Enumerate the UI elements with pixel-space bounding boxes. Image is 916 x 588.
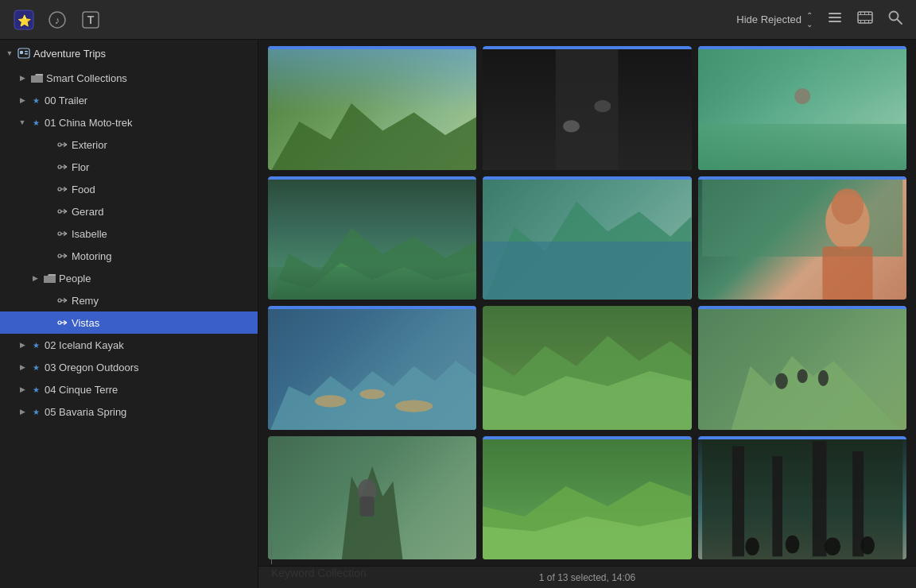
svg-rect-92 <box>812 441 826 556</box>
main-layout: Adventure Trips Smart Collections ★ 00 T… <box>0 40 916 588</box>
oregon-arrow <box>17 362 27 372</box>
media-thumb-150802010 <box>698 306 906 430</box>
flor-label: Flor <box>72 161 251 173</box>
svg-rect-10 <box>858 14 872 15</box>
sidebar-item-people[interactable]: People <box>0 267 258 289</box>
list-view-icon[interactable] <box>827 10 843 29</box>
music-icon[interactable]: ♪ <box>46 9 68 31</box>
selection-indicator <box>483 176 691 180</box>
sidebar-item-01-china[interactable]: ★ 01 China Moto-trek <box>0 111 258 133</box>
people-label: People <box>59 273 251 284</box>
svg-point-96 <box>825 537 840 555</box>
media-item-img0367[interactable]: IMG_0367 <box>698 176 906 300</box>
titles-icon[interactable]: T <box>80 9 102 31</box>
svg-point-28 <box>58 165 61 168</box>
svg-text:♪: ♪ <box>55 14 60 26</box>
sidebar-item-02-iceland[interactable]: ★ 02 Iceland Kayak <box>0 334 258 356</box>
media-item-150802011[interactable]: 150802_011 <box>483 306 691 430</box>
media-item-img1078[interactable]: IMG_1078 <box>268 176 476 300</box>
sidebar-item-gerard[interactable]: Gerard <box>0 200 258 222</box>
svg-rect-90 <box>732 446 744 556</box>
selection-indicator <box>698 306 906 309</box>
selection-indicator <box>698 436 906 439</box>
svg-rect-6 <box>829 13 841 14</box>
svg-rect-65 <box>702 176 902 257</box>
trailer-arrow <box>17 95 27 105</box>
svg-point-95 <box>785 535 799 553</box>
svg-point-58 <box>563 120 580 132</box>
media-item-150731003[interactable]: 150731_003 <box>268 46 476 170</box>
sidebar-item-04-cinque[interactable]: ★ 04 Cinque Terre <box>0 378 258 400</box>
svg-point-73 <box>395 400 433 412</box>
app-icon[interactable]: ⭐ <box>13 9 35 31</box>
sidebar-item-remy[interactable]: Remy <box>0 289 258 311</box>
media-thumb-clip12 <box>698 436 906 560</box>
trailer-label: 00 Trailer <box>45 95 251 106</box>
star-badge-iceland: ★ <box>30 339 41 350</box>
media-thumb-150802015 <box>483 46 691 170</box>
svg-rect-13 <box>860 21 861 23</box>
keyword-icon-remy <box>56 294 68 307</box>
svg-text:T: T <box>87 14 95 26</box>
svg-rect-8 <box>829 21 841 22</box>
svg-rect-16 <box>868 12 869 14</box>
sidebar-item-vistas[interactable]: Vistas <box>0 311 258 334</box>
svg-rect-7 <box>829 17 841 18</box>
media-item-clip11[interactable] <box>483 436 691 560</box>
media-item-clip12[interactable] <box>698 436 906 560</box>
exterior-label: Exterior <box>72 139 251 151</box>
svg-rect-21 <box>20 51 23 54</box>
media-grid: 150731_003 150802_015 <box>258 40 916 566</box>
sidebar-item-exterior[interactable]: Exterior <box>0 133 258 156</box>
keyword-icon-exterior <box>56 138 68 151</box>
cinque-label: 04 Cinque Terre <box>45 384 251 396</box>
svg-point-97 <box>860 536 875 555</box>
library-arrow <box>5 48 14 58</box>
tooltip-container: Keyword Collection <box>258 536 379 588</box>
svg-point-52 <box>58 321 61 324</box>
media-thumb-clip11 <box>483 436 691 560</box>
sidebar: Adventure Trips Smart Collections ★ 00 T… <box>0 40 258 588</box>
media-item-150802015[interactable]: 150802_015 <box>483 46 691 170</box>
toolbar: ⭐ ♪ T Hide Rejected ⌃⌄ <box>0 0 916 40</box>
svg-point-60 <box>794 88 810 104</box>
media-thumb-img0322 <box>268 306 476 430</box>
sidebar-item-smart-collections[interactable]: Smart Collections <box>0 67 258 89</box>
star-badge-trailer: ★ <box>30 95 41 106</box>
iceland-arrow <box>17 340 27 350</box>
hide-rejected-button[interactable]: Hide Rejected ⌃⌄ <box>736 11 813 29</box>
cinque-arrow <box>17 385 27 394</box>
svg-point-80 <box>797 369 807 383</box>
sidebar-item-03-oregon[interactable]: ★ 03 Oregon Outdoors <box>0 356 258 378</box>
vistas-label: Vistas <box>72 317 251 329</box>
gerard-label: Gerard <box>72 206 251 218</box>
sidebar-item-motoring[interactable]: Motoring <box>0 245 258 267</box>
media-thumb-img1078 <box>268 176 476 300</box>
svg-point-81 <box>818 370 829 386</box>
iceland-label: 02 Iceland Kayak <box>45 339 251 351</box>
media-thumb-img1775 <box>698 46 906 170</box>
media-item-img0873[interactable]: IMG_0873 <box>483 176 691 300</box>
sidebar-item-05-bavaria[interactable]: ★ 05 Bavaria Spring <box>0 400 258 423</box>
star-badge-china: ★ <box>30 117 41 128</box>
keyword-icon-flor <box>56 161 68 173</box>
media-item-150802010[interactable]: 150802_010 <box>698 306 906 430</box>
sidebar-item-00-trailer[interactable]: ★ 00 Trailer <box>0 89 258 111</box>
svg-point-67 <box>831 188 863 224</box>
svg-point-72 <box>359 389 384 400</box>
star-badge-oregon: ★ <box>30 362 41 373</box>
tooltip-line <box>271 542 272 564</box>
sidebar-item-isabelle[interactable]: Isabelle <box>0 222 258 245</box>
library-item[interactable]: Adventure Trips <box>0 40 258 67</box>
svg-point-32 <box>58 188 61 191</box>
sidebar-item-flor[interactable]: Flor <box>0 156 258 178</box>
svg-point-44 <box>58 254 61 257</box>
sidebar-item-food[interactable]: Food <box>0 178 258 200</box>
star-badge-bavaria: ★ <box>30 406 41 417</box>
media-item-img1775[interactable]: IMG_1775 <box>698 46 906 170</box>
filmstrip-view-icon[interactable] <box>857 10 873 29</box>
svg-rect-91 <box>772 456 782 556</box>
media-item-img0322[interactable]: IMG_0322 <box>268 306 476 430</box>
search-icon[interactable] <box>887 10 903 29</box>
svg-rect-22 <box>25 51 28 52</box>
